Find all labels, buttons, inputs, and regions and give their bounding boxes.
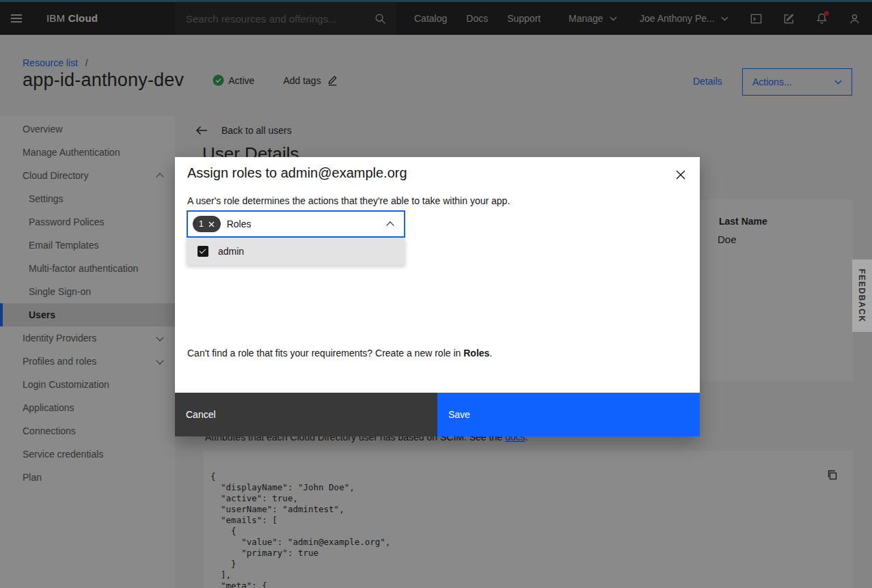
roles-multiselect[interactable]: 1 Roles: [187, 210, 405, 238]
modal-close-button[interactable]: [670, 164, 692, 186]
feedback-label: FEEDBACK: [858, 269, 867, 323]
modal-footer: Cancel Save: [175, 393, 700, 436]
selected-count-tag: 1: [193, 216, 221, 232]
multiselect-label: Roles: [227, 219, 251, 229]
modal-help-text: Can't find a role that fits your require…: [187, 348, 492, 359]
app-window: IBM Cloud CatalogDocsSupport Manage Joe …: [0, 0, 872, 588]
roles-bold-text: Roles: [463, 348, 489, 359]
role-option-admin[interactable]: admin: [187, 238, 405, 265]
modal-title: Assign roles to admin@example.org: [187, 165, 407, 181]
assign-roles-modal: Assign roles to admin@example.org A user…: [175, 157, 700, 436]
checkbox-checked-icon[interactable]: [197, 246, 208, 257]
save-button[interactable]: Save: [437, 393, 700, 436]
clear-selection-icon[interactable]: [208, 221, 215, 227]
chevron-up-icon: [386, 221, 394, 229]
cancel-button[interactable]: Cancel: [175, 393, 437, 436]
feedback-tab[interactable]: FEEDBACK: [852, 260, 872, 332]
modal-description: A user's role determines the actions tha…: [187, 195, 510, 206]
close-icon: [676, 170, 685, 180]
roles-dropdown-menu: admin: [187, 238, 405, 265]
